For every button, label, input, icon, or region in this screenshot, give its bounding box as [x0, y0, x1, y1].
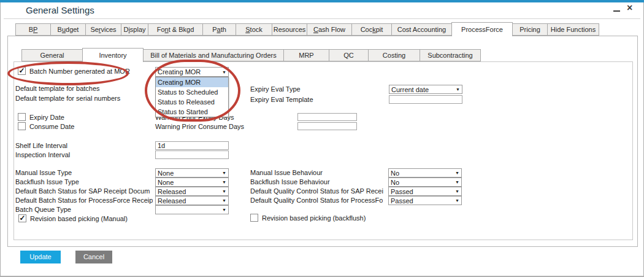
processforce-subtab-bar: GeneralInventoryBill of Materials and Ma… — [21, 49, 481, 61]
subtab-qc[interactable]: QC — [329, 49, 369, 61]
subtab-costing[interactable]: Costing — [368, 49, 420, 61]
dropdown-arrow-icon: ▼ — [455, 189, 459, 193]
manual-issue-type-select[interactable]: None ▼ — [155, 168, 229, 178]
dropdown-arrow-icon: ▼ — [222, 70, 226, 74]
dropdown-arrow-icon: ▼ — [455, 198, 459, 203]
general-settings-window: General Settings × BPBudgetServicesDispl… — [0, 0, 644, 277]
subtab-subcontracting[interactable]: Subcontracting — [420, 49, 481, 61]
subtab-general[interactable]: General — [21, 49, 83, 61]
manual-issue-behaviour-select[interactable]: No ▼ — [388, 168, 462, 178]
window-title: General Settings — [26, 5, 94, 15]
warning-prior-expiry-input[interactable] — [297, 113, 357, 121]
subtab-inventory[interactable]: Inventory — [82, 48, 144, 62]
dropdown-arrow-icon: ▼ — [222, 180, 226, 184]
tab-hide-functions[interactable]: Hide Functions — [547, 23, 599, 36]
expiry-date-checkbox[interactable] — [18, 113, 26, 121]
tab-display[interactable]: Display — [121, 23, 148, 36]
default-batch-status-processforce-label: Default Batch Status for ProcessForce Re… — [15, 197, 153, 205]
main-tab-bar: BPBudgetServicesDisplayFont & BkgdPathSt… — [15, 23, 599, 36]
close-icon[interactable]: × — [627, 2, 632, 14]
tab-stock[interactable]: Stock — [236, 23, 272, 36]
default-template-serials-label: Default template for serial numbers — [15, 95, 120, 103]
dropdown-option-status-to-scheduled[interactable]: Status to Scheduled — [156, 87, 228, 97]
consume-date-checkbox[interactable] — [18, 122, 26, 130]
default-template-batches-label: Default template for batches — [15, 85, 100, 93]
update-button[interactable]: Update — [20, 251, 61, 263]
dropdown-arrow-icon: ▼ — [222, 189, 226, 193]
dropdown-arrow-icon: ▼ — [455, 180, 459, 184]
dropdown-arrow-icon: ▼ — [222, 198, 226, 203]
dropdown-option-status-to-released[interactable]: Status to Released — [156, 97, 228, 107]
default-qc-status-sap-select[interactable]: Passed ▼ — [388, 187, 462, 196]
cancel-button[interactable]: Cancel — [75, 251, 112, 263]
expiry-eval-type-select[interactable]: Current date ▼ — [389, 85, 462, 94]
batch-queue-type-label: Batch Queue Type — [15, 206, 71, 214]
window-top-accent — [0, 0, 644, 2]
inspection-interval-label: Inspection Interval — [15, 151, 70, 159]
subtab-mrp[interactable]: MRP — [283, 49, 329, 61]
shelf-life-interval-input[interactable]: 1d — [155, 141, 229, 150]
dropdown-arrow-icon: ▼ — [456, 87, 460, 92]
dropdown-option-creating-mor[interactable]: Creating MOR — [156, 77, 228, 87]
consume-date-label: Consume Date — [29, 123, 74, 131]
tab-services[interactable]: Services — [85, 23, 121, 36]
inspection-interval-input[interactable] — [155, 150, 229, 159]
tab-cockpit[interactable]: Cockpit — [351, 23, 392, 36]
expiry-date-label: Expiry Date — [29, 114, 64, 122]
tab-cost-accounting[interactable]: Cost Accounting — [391, 23, 452, 36]
manual-issue-type-label: Manual Issue Type — [15, 169, 72, 177]
manual-issue-behaviour-label: Manual Issue Behaviour — [250, 169, 323, 177]
title-separator — [4, 18, 640, 19]
subtab-content-frame — [13, 61, 633, 240]
tab-font-bkgd[interactable]: Font & Bkgd — [148, 23, 203, 36]
tab-path[interactable]: Path — [202, 23, 236, 36]
shelf-life-interval-label: Shelf Life Interval — [15, 142, 67, 150]
dropdown-arrow-icon: ▼ — [222, 171, 226, 175]
default-qc-status-processforce-label: Default Quality Control Status for Proce… — [250, 197, 383, 205]
batch-number-generated-label: Batch Number generated at MOR — [29, 68, 130, 76]
tab-cash-flow[interactable]: Cash Flow — [307, 23, 352, 36]
expiry-eval-template-input[interactable] — [389, 95, 462, 104]
backflush-issue-behaviour-select[interactable]: No ▼ — [388, 178, 462, 187]
default-qc-status-processforce-select[interactable]: Passed ▼ — [388, 196, 462, 205]
revision-picking-manual-label: Revision based picking (Manual) — [30, 215, 128, 223]
default-batch-status-processforce-select[interactable]: Released ▼ — [155, 196, 229, 205]
expiry-eval-type-label: Expiry Eval Type — [250, 85, 301, 93]
tab-bp[interactable]: BP — [15, 23, 51, 36]
mor-event-select-value: Creating MOR — [158, 68, 201, 76]
warning-prior-consume-input[interactable] — [297, 122, 357, 130]
minimize-icon[interactable] — [613, 10, 620, 12]
dropdown-arrow-icon: ▼ — [222, 208, 226, 212]
backflush-issue-type-label: Backflush Issue Type — [15, 178, 79, 186]
tab-processforce[interactable]: ProcessForce — [451, 22, 513, 36]
tab-budget[interactable]: Budget — [50, 23, 86, 36]
revision-picking-backflush-checkbox[interactable] — [250, 214, 258, 222]
default-qc-status-sap-label: Default Quality Control Status for SAP R… — [250, 187, 383, 195]
backflush-issue-type-select[interactable]: None ▼ — [155, 178, 229, 187]
mor-event-select[interactable]: Creating MOR ▼ — [155, 67, 229, 77]
warning-prior-consume-label: Warning Prior Consume Days — [155, 123, 244, 131]
default-batch-status-sap-select[interactable]: Released ▼ — [155, 187, 229, 196]
subtab-bill-of-materials-and-manufacturing-orders[interactable]: Bill of Materials and Manufacturing Orde… — [143, 49, 284, 61]
tab-pricing[interactable]: Pricing — [512, 23, 548, 36]
dropdown-arrow-icon: ▼ — [455, 171, 459, 175]
batch-queue-type-select[interactable]: ▼ — [155, 205, 229, 214]
batch-number-generated-checkbox[interactable] — [18, 67, 26, 75]
default-batch-status-sap-label: Default Batch Status for SAP Receipt Doc… — [15, 187, 150, 195]
revision-picking-backflush-label: Revision based picking (backflush) — [262, 214, 366, 222]
revision-picking-manual-checkbox[interactable] — [18, 214, 26, 222]
dropdown-option-status-to-started[interactable]: Status to Started — [156, 107, 228, 117]
tab-resources[interactable]: Resources — [272, 23, 307, 36]
expiry-eval-template-label: Expiry Eval Template — [250, 96, 313, 104]
mor-event-dropdown-list: Creating MORStatus to ScheduledStatus to… — [155, 77, 229, 117]
backflush-issue-behaviour-label: Backflush Issue Behaviour — [250, 178, 330, 186]
